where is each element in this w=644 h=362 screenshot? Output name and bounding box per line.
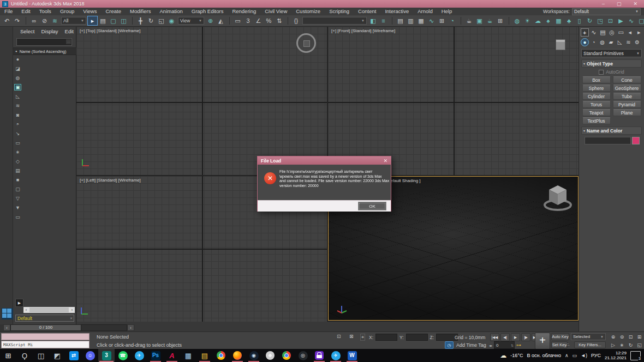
create-shapes-icon[interactable]: ◔ bbox=[589, 38, 598, 46]
clock[interactable]: 12:29 21.12.2021 bbox=[605, 351, 627, 360]
current-frame-field[interactable]: 0 ⇅ bbox=[494, 341, 515, 349]
display-icon[interactable]: ▭ bbox=[573, 353, 577, 358]
tube-button[interactable]: Tube bbox=[613, 93, 641, 100]
menu-group[interactable]: Group bbox=[56, 8, 79, 15]
explorer-search-input[interactable]: … bbox=[16, 38, 72, 46]
volume-icon[interactable]: ◄) bbox=[581, 353, 587, 358]
explorer-menu-edit[interactable]: Edit bbox=[62, 28, 76, 34]
add-time-tag-icon[interactable]: ◷ bbox=[445, 341, 454, 349]
select-by-name-icon[interactable]: ▤ bbox=[98, 16, 108, 26]
menu-tools[interactable]: Tools bbox=[35, 8, 56, 15]
object-name-input[interactable] bbox=[585, 137, 631, 144]
box-button[interactable]: Box bbox=[582, 76, 611, 83]
word-icon[interactable]: W bbox=[344, 349, 360, 362]
scroll-right-icon[interactable]: › bbox=[69, 308, 75, 312]
unlink-icon[interactable]: ⊘ bbox=[39, 16, 50, 26]
torus-button[interactable]: Torus bbox=[582, 101, 611, 108]
door-icon[interactable]: ▯ bbox=[574, 16, 585, 26]
keyboard-override-icon[interactable]: ▭ bbox=[232, 16, 243, 26]
select-move-icon[interactable]: ╋ bbox=[135, 16, 146, 26]
3dsmax-icon[interactable]: 3 bbox=[98, 349, 115, 362]
tree-icon[interactable]: ♠ bbox=[543, 16, 553, 26]
menu-animation[interactable]: Animation bbox=[156, 8, 187, 15]
autogrid-checkbox[interactable] bbox=[599, 70, 604, 75]
target-icon[interactable]: ⊡ bbox=[605, 16, 616, 26]
lock-selection-icon[interactable]: ⊠ bbox=[349, 334, 354, 339]
filter-selection-icon[interactable]: ↘ bbox=[14, 130, 21, 137]
render-production-icon[interactable]: ☕ bbox=[485, 16, 495, 26]
key-filters-button[interactable]: Key Filters... bbox=[574, 341, 606, 348]
explorer-column-header[interactable]: ● Name (Sorted Ascending) bbox=[13, 47, 76, 55]
align-icon[interactable]: ≡ bbox=[378, 16, 389, 26]
select-link-icon[interactable]: ∞ bbox=[29, 16, 39, 26]
menu-scripting[interactable]: Scripting bbox=[325, 8, 354, 15]
add-time-tag-label[interactable]: Add Time Tag bbox=[456, 342, 486, 348]
viewport-front[interactable]: [+] [Front] [Standard] [Wireframe] bbox=[328, 27, 579, 176]
filter-hidden-icon[interactable]: ∗ bbox=[14, 149, 21, 155]
go-to-start-button[interactable]: |◀◀ bbox=[490, 333, 499, 341]
field-of-view-icon[interactable]: ▷ bbox=[609, 341, 617, 348]
weather-icon[interactable]: ☁ bbox=[500, 352, 506, 359]
maximize-viewport-icon[interactable]: ◱ bbox=[635, 341, 643, 348]
zoom-extents-icon[interactable]: ⊡ bbox=[627, 333, 635, 340]
explorer-horizontal-scrollbar[interactable]: ‹ › bbox=[23, 307, 75, 313]
next-frame-button[interactable]: |▶ bbox=[521, 333, 530, 341]
object-color-swatch[interactable] bbox=[632, 137, 640, 144]
teamviewer-icon[interactable]: ⇄ bbox=[65, 349, 82, 362]
time-slider-track[interactable]: 0 / 100 bbox=[10, 324, 127, 331]
funnel-filter-icon[interactable]: ▽ bbox=[14, 195, 21, 202]
time-next-button[interactable]: › bbox=[127, 324, 134, 331]
maps-app-icon[interactable]: ◩ bbox=[49, 349, 65, 362]
discord-icon[interactable]: ☺ bbox=[82, 349, 98, 362]
tab-scroll-right[interactable]: ▸ bbox=[635, 28, 643, 37]
cone-button[interactable]: Cone bbox=[613, 76, 641, 83]
orbit-icon[interactable]: ↻ bbox=[627, 341, 635, 348]
auto-key-button[interactable]: Auto Key bbox=[551, 333, 569, 340]
filter-spacewarps-icon[interactable]: ≋ bbox=[14, 102, 21, 109]
menu-interactive[interactable]: Interactive bbox=[380, 8, 413, 15]
plane-button[interactable]: Plane bbox=[613, 109, 641, 116]
menu-views[interactable]: Views bbox=[79, 8, 101, 15]
menu-customize[interactable]: Customize bbox=[291, 8, 325, 15]
cylinder-button[interactable]: Cylinder bbox=[582, 93, 611, 100]
minimize-button[interactable]: – bbox=[602, 0, 605, 8]
filter-geometry-icon[interactable]: ● bbox=[14, 56, 21, 63]
whatsapp-icon[interactable]: ☎ bbox=[115, 349, 131, 362]
scroll-left-icon[interactable]: ‹ bbox=[23, 308, 29, 312]
telegram2-icon[interactable]: ✈ bbox=[327, 349, 344, 362]
render-grid-icon[interactable]: ⊞ bbox=[495, 16, 505, 26]
maxscript-listener-pink[interactable] bbox=[1, 333, 90, 340]
layout-tab-default[interactable]: Default ✕ bbox=[15, 315, 74, 322]
ribbon-toggle-icon[interactable]: ▦ bbox=[416, 16, 426, 26]
create-helpers-icon[interactable]: ◺ bbox=[616, 38, 624, 46]
material-editor-icon[interactable]: ◔ bbox=[447, 16, 457, 26]
edit-named-selections-icon[interactable]: {} bbox=[291, 16, 301, 26]
textplus-button[interactable]: TextPlus bbox=[582, 117, 611, 124]
time-slider-thumb[interactable]: 0 / 100 bbox=[11, 325, 81, 330]
menu-content[interactable]: Content bbox=[354, 8, 380, 15]
menu-arnold[interactable]: Arnold bbox=[413, 8, 437, 15]
viewcube-3d[interactable] bbox=[542, 181, 573, 212]
light-icon[interactable]: ◍ bbox=[512, 16, 522, 26]
tab-display[interactable]: ▭ bbox=[617, 28, 625, 37]
selection-set-dropdown[interactable]: Selected ▼ bbox=[571, 333, 606, 340]
filter-bones-icon[interactable]: ▢ bbox=[14, 186, 21, 192]
filter-helpers-icon[interactable]: ◺ bbox=[14, 93, 21, 100]
explorer-menu-select[interactable]: Select bbox=[17, 28, 37, 34]
cloud-scene-icon[interactable]: ☁ bbox=[533, 16, 543, 26]
tab-create[interactable]: + bbox=[581, 28, 589, 37]
tab-modify[interactable]: ∿ bbox=[590, 28, 598, 37]
spinner-icon[interactable]: ⇅ bbox=[511, 343, 514, 347]
add-keys-button[interactable]: + bbox=[535, 333, 550, 349]
tray-expand-icon[interactable]: ∧ bbox=[565, 353, 569, 358]
explorer-menu-display[interactable]: Display bbox=[38, 28, 61, 34]
key-mode-icon[interactable]: ⊶ bbox=[516, 342, 521, 348]
weather-label[interactable]: В осн. облачно bbox=[527, 353, 560, 358]
tab-motion[interactable]: ◎ bbox=[608, 28, 616, 37]
sun-icon[interactable]: ☀ bbox=[522, 16, 533, 26]
workspaces-dropdown[interactable]: Default ▼ bbox=[572, 8, 641, 15]
rendered-frame-icon[interactable]: ▣ bbox=[474, 16, 485, 26]
filter-folder-icon[interactable]: ▭ bbox=[14, 214, 21, 220]
x-coordinate-field[interactable] bbox=[375, 334, 397, 341]
viewport-layout-tab-icon[interactable] bbox=[2, 308, 13, 319]
